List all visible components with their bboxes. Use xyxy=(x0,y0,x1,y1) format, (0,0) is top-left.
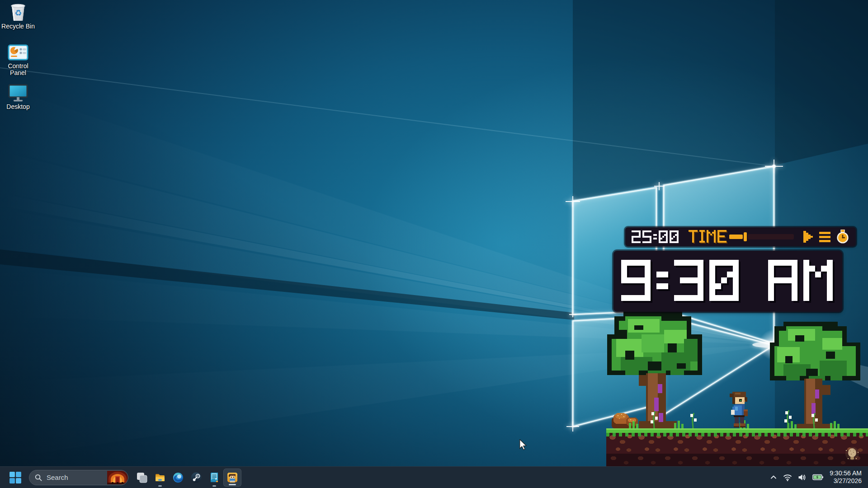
play-button[interactable] xyxy=(803,231,814,243)
windows-start-icon xyxy=(9,471,22,484)
clock-time-display xyxy=(621,260,835,303)
running-indicator xyxy=(158,485,162,487)
progress-fill xyxy=(729,235,743,239)
active-indicator xyxy=(229,484,236,485)
tray-date: 3/27/2026 xyxy=(830,477,862,485)
tray-clock[interactable]: 9:30:56 AM 3/27/2026 xyxy=(830,469,862,485)
desktop-root: ♻ Recycle Bin Control Panel Desktop xyxy=(0,0,868,488)
taskbar-app-steam[interactable] xyxy=(187,468,205,488)
desktop-icon-control-panel[interactable]: Control Panel xyxy=(1,44,35,76)
ground-deep-dirt xyxy=(606,454,868,466)
desktop-icon-label: Desktop xyxy=(1,103,35,110)
taskbar-app-pixel-game[interactable] xyxy=(223,469,241,487)
taskbar-left xyxy=(0,467,241,488)
taskbar-app-file-explorer[interactable] xyxy=(151,468,169,488)
taskbar-app-task-view[interactable] xyxy=(133,468,151,488)
search-box[interactable] xyxy=(29,470,128,485)
volume-icon xyxy=(798,474,807,481)
timer-countdown xyxy=(632,230,679,243)
taskbar: 9:30:56 AM 3/27/2026 xyxy=(0,466,868,488)
tray-time: 9:30:56 AM xyxy=(830,469,862,477)
steam-icon xyxy=(190,472,202,483)
timer-label xyxy=(689,230,727,244)
progress-track xyxy=(748,234,794,239)
pixel-game-scene xyxy=(606,312,868,466)
taskbar-app-notes[interactable] xyxy=(205,468,223,488)
tray-overflow-button[interactable] xyxy=(770,474,777,480)
control-panel-icon xyxy=(8,44,28,61)
progress-handle[interactable] xyxy=(744,232,747,241)
play-icon xyxy=(803,231,814,243)
stopwatch-icon xyxy=(836,230,849,244)
recycle-bin-icon: ♻ xyxy=(9,3,27,22)
desktop-icon-desktop[interactable]: Desktop xyxy=(1,84,35,110)
white-flowers xyxy=(650,408,867,429)
svg-text:♻: ♻ xyxy=(14,8,22,18)
search-daily-image[interactable] xyxy=(107,471,128,484)
edge-icon xyxy=(172,472,184,483)
volume-button[interactable] xyxy=(798,474,807,481)
pixel-clock-panel[interactable] xyxy=(613,251,842,312)
network-button[interactable] xyxy=(783,474,792,481)
glowing-item xyxy=(845,446,859,464)
battery-button[interactable] xyxy=(812,473,824,481)
file-explorer-icon xyxy=(154,472,166,483)
pixel-character[interactable] xyxy=(728,391,750,428)
chevron-up-icon xyxy=(770,474,777,480)
menu-icon xyxy=(819,231,830,242)
stopwatch-button[interactable] xyxy=(836,230,849,244)
search-input[interactable] xyxy=(46,473,107,482)
battery-icon xyxy=(812,473,824,481)
wifi-icon xyxy=(783,474,792,481)
running-indicator xyxy=(212,485,216,487)
desktop-icon-recycle-bin[interactable]: ♻ Recycle Bin xyxy=(1,3,35,30)
grass-edge xyxy=(606,433,868,436)
timer-progress[interactable] xyxy=(729,232,794,241)
desktop-icon-label: Recycle Bin xyxy=(1,23,35,30)
search-icon xyxy=(35,474,42,481)
pixel-game-icon xyxy=(226,471,238,483)
start-button[interactable] xyxy=(6,468,24,488)
pixel-timer-bar[interactable] xyxy=(625,227,856,246)
notes-app-icon xyxy=(208,472,220,483)
theater-pixel-art xyxy=(107,471,128,484)
menu-button[interactable] xyxy=(819,231,830,242)
system-tray: 9:30:56 AM 3/27/2026 xyxy=(770,466,868,488)
task-view-icon xyxy=(136,472,148,483)
ground-grass xyxy=(606,428,868,433)
taskbar-app-edge[interactable] xyxy=(169,468,187,488)
desktop-monitor-icon xyxy=(8,84,28,102)
desktop-icon-label: Control Panel xyxy=(1,63,35,76)
